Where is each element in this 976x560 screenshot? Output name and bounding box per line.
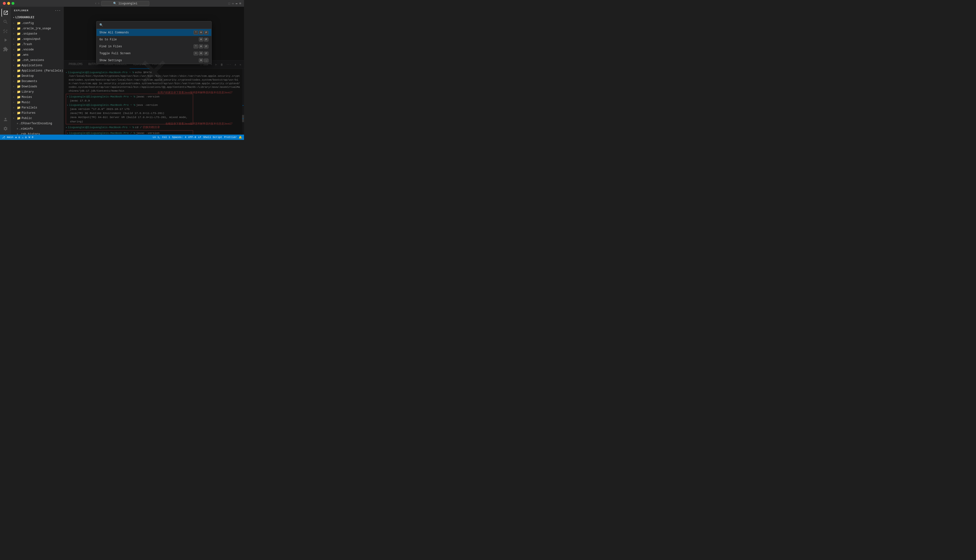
tree-item-trash[interactable]: › 📁 .Trash — [11, 42, 64, 47]
tree-item-zsh-history[interactable]: › ≡ .zsh_history — [11, 132, 64, 135]
tree-item-movies[interactable]: › 📁 Movies — [11, 95, 64, 100]
tree-item-public[interactable]: › 📁 Public — [11, 116, 64, 121]
formatter[interactable]: Prettier — [224, 136, 237, 139]
search-activity-icon[interactable] — [2, 18, 10, 26]
run-debug-activity-icon[interactable] — [2, 36, 10, 44]
main-layout: EXPLORER ··· ▾ LIUGUANGLEI › 📁 .config ›… — [0, 7, 244, 135]
nav-forward-icon[interactable]: › — [98, 2, 100, 5]
content-area: ✕ 🔍 Show All Commands ⌃ ⌘ P — [64, 7, 244, 135]
tree-item-sogouinput[interactable]: › 📁 .sogouinput — [11, 37, 64, 42]
sidebar-more-actions[interactable]: ··· — [55, 8, 61, 12]
tree-item-zsh-sessions[interactable]: › 📁 .zsh_sessions — [11, 58, 64, 63]
command-settings-shortcut: ⌘ . — [199, 58, 209, 62]
nav-back-icon[interactable]: ‹ — [95, 2, 97, 5]
command-fullscreen-label: Toggle Full Screen — [99, 52, 130, 55]
command-show-all-shortcut: ⌃ ⌘ P — [194, 30, 209, 35]
panel-layout-icon[interactable]: ▬ — [236, 2, 237, 5]
status-right: Ln 1, Col 1 Spaces: 4 UTF-8 LF Shell Scr… — [153, 136, 242, 139]
tree-item-applications-parallels[interactable]: › 📁 Applications (Parallels) — [11, 68, 64, 73]
tree-item-vscode[interactable]: › 📁 .vscode — [11, 47, 64, 52]
activity-bar — [0, 7, 11, 135]
tree-item-library[interactable]: › 📁 Library — [11, 89, 64, 95]
settings-activity-icon[interactable] — [2, 125, 10, 133]
command-settings-label: Show Settings — [99, 59, 122, 62]
tree-item-wns[interactable]: › 📁 .wns — [11, 52, 64, 58]
sidebar-toggle-icon[interactable]: ⬚ — [228, 2, 230, 5]
explorer-title: EXPLORER — [14, 9, 28, 12]
sidebar-tree: ▾ LIUGUANGLEI › 📁 .config › 📁 .oracle_jr… — [11, 14, 64, 135]
nav-arrows: ‹ › — [95, 2, 100, 5]
command-palette-search-icon: 🔍 — [99, 23, 103, 27]
command-item-show-all[interactable]: Show All Commands ⌃ ⌘ P — [97, 29, 211, 36]
traffic-lights — [3, 2, 14, 5]
tree-item-downloads[interactable]: › 📁 Downloads — [11, 84, 64, 89]
encoding[interactable]: UTF-8 — [188, 136, 196, 139]
indent-size[interactable]: Spaces: 4 — [172, 136, 186, 139]
command-palette: 🔍 Show All Commands ⌃ ⌘ P — [96, 21, 212, 64]
command-list: Show All Commands ⌃ ⌘ P Go to File ⌘ P — [97, 29, 211, 64]
cursor-position[interactable]: Ln 1, Col 1 — [153, 136, 170, 139]
command-find-files-shortcut: ⌃ ⌘ F — [194, 44, 209, 48]
command-item-fullscreen[interactable]: Toggle Full Screen ^ ⌘ F — [97, 50, 211, 57]
command-item-goto-file[interactable]: Go to File ⌘ P — [97, 36, 211, 43]
activity-bar-bottom — [2, 115, 10, 135]
command-goto-file-shortcut: ⌘ P — [199, 37, 209, 42]
titlebar-icons: ⬚ ▭ ▬ ⊞ — [228, 2, 241, 5]
command-find-files-label: Find in Files — [99, 45, 122, 48]
tree-item-parallels[interactable]: › 📁 Parallels — [11, 105, 64, 110]
tree-item-oracle[interactable]: › 📁 .oracle_jre_usage — [11, 26, 64, 31]
root-folder-label: LIUGUANGLEI — [15, 16, 34, 19]
command-palette-overlay: ✕ 🔍 Show All Commands ⌃ ⌘ P — [64, 7, 244, 135]
search-text: liuguanglei — [119, 2, 137, 5]
explorer-activity-icon[interactable] — [2, 8, 10, 17]
tree-item-applications[interactable]: › 📁 Applications — [11, 63, 64, 68]
tree-item-viminfo[interactable]: › ≡ .viminfo — [11, 126, 64, 132]
status-bar: ⎇ main ⊗ 0 ⚠ 0 W 0 Ln 1, Col 1 Spaces: 4… — [0, 135, 244, 140]
more-layout-icon[interactable]: ⊞ — [239, 2, 241, 5]
command-palette-input-area: 🔍 — [97, 22, 211, 29]
titlebar: ‹ › 🔍 liuguanglei ⬚ ▭ ▬ ⊞ — [0, 0, 244, 7]
tree-item-desktop[interactable]: › 📁 Desktop — [11, 73, 64, 79]
notifications-icon[interactable]: 🔔 — [239, 136, 242, 139]
line-endings[interactable]: LF — [198, 136, 201, 139]
source-control-activity-icon[interactable] — [2, 27, 10, 35]
command-fullscreen-shortcut: ^ ⌘ F — [194, 51, 209, 55]
command-goto-file-label: Go to File — [99, 38, 117, 41]
tree-item-pictures[interactable]: › 📁 Pictures — [11, 110, 64, 116]
extensions-activity-icon[interactable] — [2, 45, 10, 53]
title-center: ‹ › 🔍 liuguanglei — [95, 1, 149, 6]
git-branch-label[interactable]: main — [7, 136, 13, 139]
tree-item-snipaste[interactable]: › 📁 .snipaste — [11, 31, 64, 37]
root-label[interactable]: ▾ LIUGUANGLEI — [11, 14, 64, 21]
command-item-find-files[interactable]: Find in Files ⌃ ⌘ F — [97, 43, 211, 50]
tree-item-music[interactable]: › 📁 Music — [11, 100, 64, 105]
tree-item-config[interactable]: › 📁 .config — [11, 21, 64, 26]
sidebar-header: EXPLORER ··· — [11, 7, 64, 14]
account-activity-icon[interactable] — [2, 115, 10, 123]
warnings-badge[interactable]: ⚠ 0 — [22, 136, 27, 139]
command-show-all-label: Show All Commands — [99, 31, 129, 34]
sidebar: EXPLORER ··· ▾ LIUGUANGLEI › 📁 .config ›… — [11, 7, 64, 135]
language-mode[interactable]: Shell Script — [203, 136, 222, 139]
remote-badge[interactable]: W 0 — [28, 136, 33, 139]
command-item-settings[interactable]: Show Settings ⌘ . — [97, 57, 211, 64]
minimize-button[interactable] — [7, 2, 10, 5]
tree-item-cfusertextencoding[interactable]: › ≡ .CFUserTextEncoding — [11, 121, 64, 126]
status-left: ⎇ main ⊗ 0 ⚠ 0 W 0 — [2, 136, 33, 139]
tree-item-documents[interactable]: › 📁 Documents — [11, 79, 64, 84]
command-palette-input[interactable] — [105, 23, 209, 27]
git-branch-icon: ⎇ — [2, 136, 5, 139]
search-bar[interactable]: 🔍 liuguanglei — [101, 1, 149, 6]
layout-icon[interactable]: ▭ — [232, 2, 234, 5]
errors-badge[interactable]: ⊗ 0 — [15, 136, 20, 139]
maximize-button[interactable] — [12, 2, 14, 5]
close-button[interactable] — [3, 2, 6, 5]
